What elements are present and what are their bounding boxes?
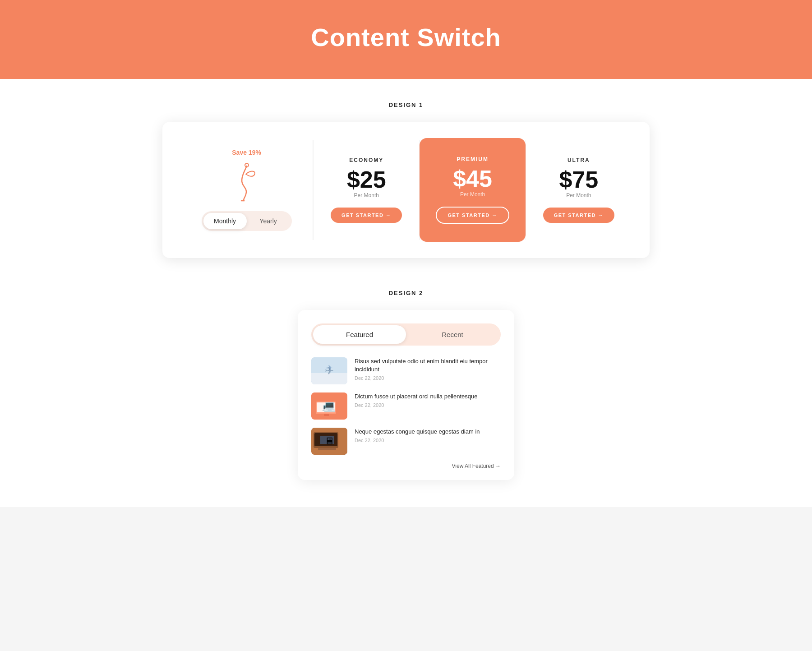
ultra-tier-price: $75: [535, 168, 623, 191]
premium-tier-name: PREMIUM: [429, 156, 516, 162]
design2-section: DESIGN 2 Featured Recent ✈: [9, 285, 803, 480]
premium-tier-period: Per Month: [429, 191, 516, 198]
page-title: Content Switch: [9, 23, 803, 52]
economy-cta-button[interactable]: GET STARTED →: [331, 208, 402, 223]
article-list: ✈ Risus sed vulputate odio ut enim bland…: [311, 357, 501, 455]
thumb-scene-2: 💻: [311, 392, 347, 420]
premium-cta-button[interactable]: GET STARTED →: [436, 207, 509, 224]
article-info-2: Dictum fusce ut placerat orci nulla pell…: [355, 392, 501, 408]
bottom-area: [0, 507, 812, 642]
economy-tier: ECONOMY $25 Per Month GET STARTED →: [314, 143, 419, 236]
svg-rect-11: [314, 433, 337, 446]
ultra-tier-period: Per Month: [535, 192, 623, 199]
article-title-1: Risus sed vulputate odio ut enim blandit…: [355, 357, 501, 374]
main-content: DESIGN 1 Save 19% Monthly Yearly: [0, 79, 812, 507]
economy-tier-price: $25: [323, 168, 410, 191]
toggle-panel: Save 19% Monthly Yearly: [180, 140, 313, 240]
page-header: Content Switch: [0, 0, 812, 79]
article-item-3: Neque egestas congue quisque egestas dia…: [311, 428, 501, 455]
view-all-link[interactable]: View All Featured →: [311, 463, 501, 469]
svg-rect-7: [324, 414, 329, 416]
article-date-2: Dec 22, 2020: [355, 402, 501, 408]
content-tabs[interactable]: Featured Recent: [311, 323, 501, 346]
svg-rect-13: [320, 436, 334, 444]
svg-text:💻: 💻: [322, 404, 330, 411]
content-card: Featured Recent ✈ Risus sed vulputat: [298, 310, 514, 480]
design2-label: DESIGN 2: [9, 290, 803, 296]
recent-tab[interactable]: Recent: [406, 325, 499, 344]
view-all-anchor[interactable]: View All Featured →: [452, 463, 501, 469]
article-item-2: 💻 Dictum fusce ut placerat orci nulla pe…: [311, 392, 501, 420]
article-info-1: Risus sed vulputate odio ut enim blandit…: [355, 357, 501, 381]
thumb-scene-1: ✈: [311, 357, 347, 384]
article-thumb-2: 💻: [311, 392, 347, 420]
article-thumb-3: [311, 428, 347, 455]
monthly-toggle-btn[interactable]: Monthly: [203, 213, 247, 229]
svg-rect-2: [311, 373, 347, 384]
ultra-tier: ULTRA $75 Per Month GET STARTED →: [526, 143, 632, 236]
pricing-card: Save 19% Monthly Yearly ECONOMY $25 P: [162, 122, 650, 258]
economy-tier-name: ECONOMY: [323, 157, 410, 163]
article-title-2: Dictum fusce ut placerat orci nulla pell…: [355, 392, 501, 401]
ultra-tier-name: ULTRA: [535, 157, 623, 163]
svg-rect-12: [318, 448, 336, 450]
svg-text:✈: ✈: [326, 364, 333, 373]
flamingo-icon: [229, 162, 265, 202]
article-date-3: Dec 22, 2020: [355, 438, 501, 443]
article-info-3: Neque egestas congue quisque egestas dia…: [355, 428, 501, 443]
design1-section: DESIGN 1 Save 19% Monthly Yearly: [9, 102, 803, 258]
featured-tab[interactable]: Featured: [313, 325, 406, 344]
article-date-1: Dec 22, 2020: [355, 375, 501, 381]
premium-tier-price: $45: [429, 167, 516, 190]
svg-rect-6: [317, 402, 335, 412]
economy-tier-period: Per Month: [323, 192, 410, 199]
article-title-3: Neque egestas congue quisque egestas dia…: [355, 428, 501, 436]
billing-toggle[interactable]: Monthly Yearly: [202, 211, 292, 231]
ultra-cta-button[interactable]: GET STARTED →: [543, 208, 614, 223]
article-item-1: ✈ Risus sed vulputate odio ut enim bland…: [311, 357, 501, 384]
design1-label: DESIGN 1: [9, 102, 803, 108]
yearly-toggle-btn[interactable]: Yearly: [247, 213, 290, 229]
premium-tier: PREMIUM $45 Per Month GET STARTED →: [420, 138, 525, 242]
save-badge: Save 19%: [232, 149, 261, 156]
thumb-scene-3: [311, 428, 347, 455]
article-thumb-1: ✈: [311, 357, 347, 384]
